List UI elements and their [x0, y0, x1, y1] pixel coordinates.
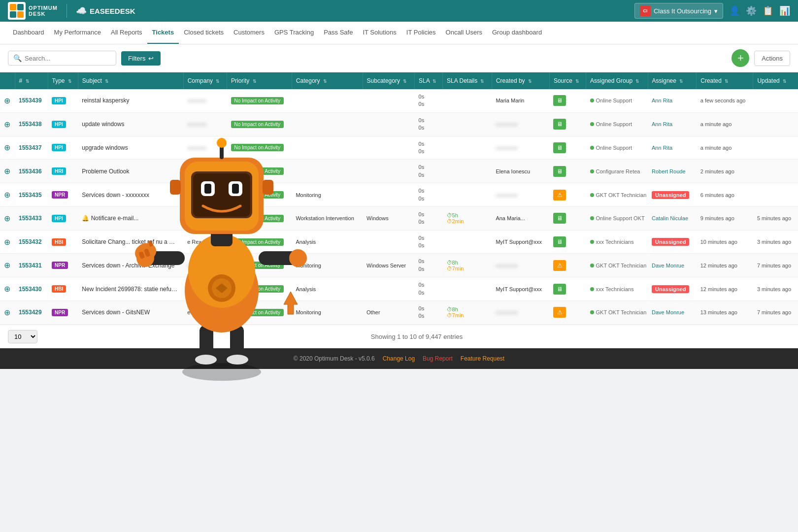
- subject-text[interactable]: 🔔 Notificare e-mail...: [82, 215, 138, 222]
- col-subject[interactable]: Subject ⇅: [78, 72, 183, 89]
- table-row[interactable]: ⊕ 1553431 NPR Services down - Archivit -…: [0, 254, 798, 277]
- ticket-id[interactable]: 1553438: [19, 121, 42, 128]
- nav-tickets[interactable]: Tickets: [147, 22, 179, 44]
- ticket-id[interactable]: 1553432: [19, 238, 42, 245]
- ticket-id[interactable]: 1553431: [19, 262, 42, 269]
- subject-text[interactable]: upgrade windows: [82, 144, 128, 151]
- col-type[interactable]: Type ⇅: [48, 72, 78, 89]
- expand-cell[interactable]: ⊕: [0, 206, 15, 230]
- expand-icon[interactable]: ⊕: [4, 214, 10, 223]
- col-assigned-group[interactable]: Assigned Group ⇅: [586, 72, 648, 89]
- col-priority[interactable]: Priority ⇅: [227, 72, 292, 89]
- subject-cell: Services down - xxxxxxxx: [78, 183, 183, 207]
- expand-cell[interactable]: ⊕: [0, 112, 15, 136]
- add-ticket-button[interactable]: +: [732, 49, 749, 67]
- expand-cell[interactable]: ⊕: [0, 277, 15, 301]
- col-updated[interactable]: Updated ⇅: [753, 72, 798, 89]
- table-row[interactable]: ⊕ 1553437 HPI upgrade windows xxxxxxx No…: [0, 136, 798, 160]
- col-hash[interactable]: # ⇅: [15, 72, 48, 89]
- subject-text[interactable]: Solicitare Chang... ticket ref nu a mai.…: [82, 238, 183, 245]
- table-row[interactable]: ⊕ 1553429 NPR Services down - GitsNEW e …: [0, 301, 798, 325]
- expand-cell[interactable]: ⊕: [0, 160, 15, 183]
- col-created-by[interactable]: Created by ⇅: [492, 72, 549, 89]
- assigned-group: Online Support: [596, 121, 632, 127]
- bug-report-link[interactable]: Bug Report: [423, 355, 453, 362]
- expand-icon[interactable]: ⊕: [4, 238, 10, 246]
- col-company[interactable]: Company ⇅: [183, 72, 227, 89]
- chart-icon[interactable]: 📊: [779, 5, 790, 16]
- expand-icon[interactable]: ⊕: [4, 285, 10, 293]
- subject-text[interactable]: Services down - xxxxxxxx: [82, 192, 149, 199]
- subject-text[interactable]: New Incident 2699878: statie nefunctiona…: [82, 286, 183, 293]
- created-by: Elena Ionescu: [496, 168, 530, 174]
- sla-details-cell: [443, 136, 492, 160]
- nav-dashboard[interactable]: Dashboard: [8, 22, 49, 44]
- expand-cell[interactable]: ⊕: [0, 89, 15, 112]
- settings-icon[interactable]: ⚙️: [746, 5, 757, 16]
- ticket-id[interactable]: 1553439: [19, 97, 42, 104]
- col-created[interactable]: Created ⇅: [697, 72, 753, 89]
- clipboard-icon[interactable]: 📋: [763, 5, 773, 16]
- table-row[interactable]: ⊕ 1553436 HRI Probleme Outlook xxxxxxx N…: [0, 160, 798, 183]
- expand-icon[interactable]: ⊕: [4, 167, 10, 175]
- subject-text[interactable]: reinstal kaspersky: [82, 97, 129, 104]
- expand-cell[interactable]: ⊕: [0, 183, 15, 207]
- table-row[interactable]: ⊕ 1553435 NPR Services down - xxxxxxxx x…: [0, 183, 798, 207]
- nav-closed-tickets[interactable]: Closed tickets: [179, 22, 229, 44]
- expand-icon[interactable]: ⊕: [4, 97, 10, 105]
- subject-text[interactable]: Services down - Archivit -Exchange: [82, 262, 174, 269]
- nav-it-policies[interactable]: IT Policies: [401, 22, 441, 44]
- expand-icon[interactable]: ⊕: [4, 191, 10, 199]
- nav-gps-tracking[interactable]: GPS Tracking: [269, 22, 319, 44]
- expand-icon[interactable]: ⊕: [4, 308, 10, 317]
- table-row[interactable]: ⊕ 1553438 HPI update windows xxxxxxx No …: [0, 112, 798, 136]
- nav-my-performance[interactable]: My Performance: [49, 22, 106, 44]
- per-page-select[interactable]: 10 25 50 100: [8, 330, 37, 343]
- source-cell: ⚠: [549, 301, 586, 325]
- org-selector[interactable]: CI Class It Outsourcing ▾: [634, 3, 723, 19]
- nav-group-dashboard[interactable]: Group dashboard: [487, 22, 547, 44]
- col-category[interactable]: Category ⇅: [292, 72, 363, 89]
- feature-request-link[interactable]: Feature Request: [461, 355, 504, 362]
- expand-cell[interactable]: ⊕: [0, 230, 15, 254]
- expand-cell[interactable]: ⊕: [0, 254, 15, 277]
- filters-button[interactable]: Filters ↩: [121, 51, 161, 66]
- ticket-id[interactable]: 1553430: [19, 286, 42, 293]
- sla-cell: 0s0s: [415, 160, 443, 183]
- col-sla[interactable]: SLA ⇅: [415, 72, 443, 89]
- search-input[interactable]: [25, 55, 103, 62]
- expand-icon[interactable]: ⊕: [4, 143, 10, 152]
- col-sla-details[interactable]: SLA Details ⇅: [443, 72, 492, 89]
- type-cell: HPI: [48, 112, 78, 136]
- col-source[interactable]: Source ⇅: [549, 72, 586, 89]
- table-row[interactable]: ⊕ 1553439 HPI reinstal kaspersky xxxxxxx…: [0, 89, 798, 112]
- subject-text[interactable]: Services down - GitsNEW: [82, 309, 150, 316]
- ticket-id[interactable]: 1553433: [19, 215, 42, 222]
- table-row[interactable]: ⊕ 1553433 HPI 🔔 Notificare e-mail... Ana…: [0, 206, 798, 230]
- subject-text[interactable]: Probleme Outlook: [82, 168, 129, 175]
- nav-it-solutions[interactable]: IT Solutions: [358, 22, 401, 44]
- nav-pass-safe[interactable]: Pass Safe: [319, 22, 358, 44]
- subject-text[interactable]: update windows: [82, 121, 124, 128]
- nav-all-reports[interactable]: All Reports: [106, 22, 147, 44]
- expand-icon[interactable]: ⊕: [4, 261, 10, 269]
- col-subcategory[interactable]: Subcategory ⇅: [363, 72, 415, 89]
- ticket-id[interactable]: 1553429: [19, 309, 42, 316]
- user-icon[interactable]: 👤: [729, 5, 740, 16]
- table-row[interactable]: ⊕ 1553430 HBI New Incident 2699878: stat…: [0, 277, 798, 301]
- nav-oncall-users[interactable]: Oncall Users: [441, 22, 487, 44]
- col-assignee[interactable]: Assignee ⇅: [648, 72, 697, 89]
- table-row[interactable]: ⊕ 1553432 HBI Solicitare Chang... ticket…: [0, 230, 798, 254]
- actions-button[interactable]: Actions: [754, 51, 790, 66]
- nav-customers[interactable]: Customers: [229, 22, 269, 44]
- ticket-id[interactable]: 1553436: [19, 168, 42, 175]
- expand-cell[interactable]: ⊕: [0, 136, 15, 160]
- changelog-link[interactable]: Change Log: [383, 355, 415, 362]
- source-cell: 🖥: [549, 160, 586, 183]
- group-dot: [590, 169, 594, 173]
- ticket-id[interactable]: 1553437: [19, 144, 42, 151]
- expand-icon[interactable]: ⊕: [4, 120, 10, 129]
- table-header-row: # ⇅ Type ⇅ Subject ⇅ Company ⇅ Priority …: [0, 72, 798, 89]
- ticket-id[interactable]: 1553435: [19, 192, 42, 199]
- expand-cell[interactable]: ⊕: [0, 301, 15, 325]
